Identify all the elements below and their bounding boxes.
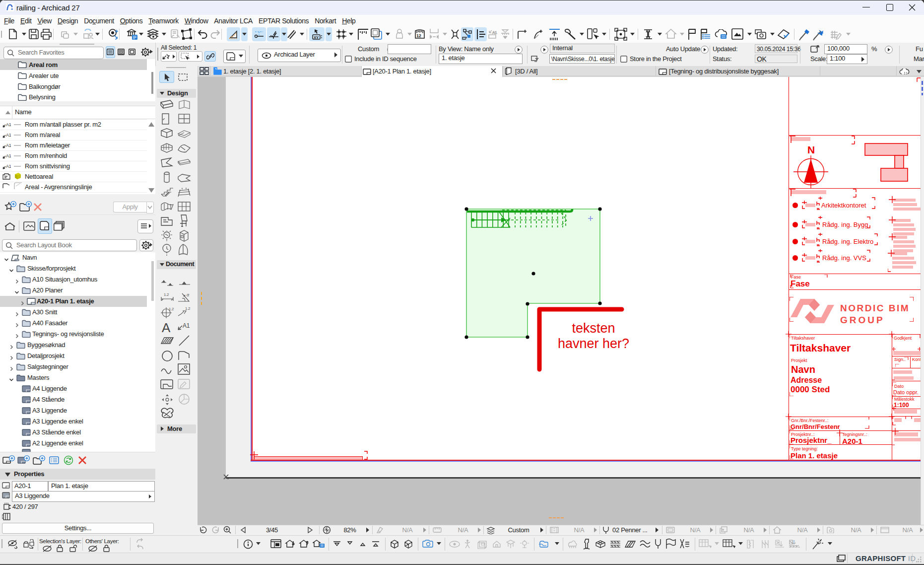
- svg-text:1.2: 1.2: [169, 307, 174, 311]
- svg-text:1.2: 1.2: [185, 306, 191, 311]
- svg-text:XY: XY: [314, 35, 319, 40]
- svg-text:A1: A1: [183, 322, 190, 329]
- svg-text:α: α: [187, 292, 190, 297]
- svg-text:1.2: 1.2: [164, 292, 169, 297]
- svg-text:A1: A1: [492, 30, 497, 35]
- svg-text:12: 12: [416, 33, 421, 38]
